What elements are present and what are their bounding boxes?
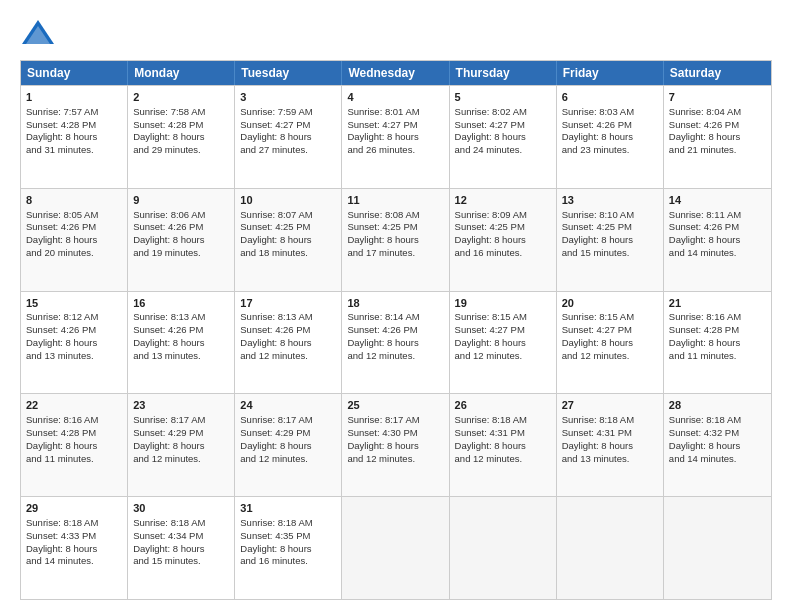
day-info-line: Sunset: 4:28 PM [669, 324, 766, 337]
logo [20, 16, 62, 52]
day-info-line: and 14 minutes. [26, 555, 122, 568]
logo-icon [20, 16, 56, 52]
day-info-line: Sunset: 4:26 PM [562, 119, 658, 132]
day-number: 31 [240, 501, 336, 516]
cal-cell: 9Sunrise: 8:06 AMSunset: 4:26 PMDaylight… [128, 189, 235, 291]
header-day-sunday: Sunday [21, 61, 128, 85]
day-info-line: Sunrise: 8:02 AM [455, 106, 551, 119]
cal-cell: 4Sunrise: 8:01 AMSunset: 4:27 PMDaylight… [342, 86, 449, 188]
day-info-line: Daylight: 8 hours [240, 337, 336, 350]
calendar-row-5: 29Sunrise: 8:18 AMSunset: 4:33 PMDayligh… [21, 496, 771, 599]
day-number: 27 [562, 398, 658, 413]
day-info-line: Daylight: 8 hours [347, 440, 443, 453]
day-info-line: Sunset: 4:26 PM [669, 119, 766, 132]
day-info-line: Sunrise: 7:58 AM [133, 106, 229, 119]
cal-cell: 24Sunrise: 8:17 AMSunset: 4:29 PMDayligh… [235, 394, 342, 496]
day-info-line: and 12 minutes. [562, 350, 658, 363]
day-info-line: and 15 minutes. [133, 555, 229, 568]
day-info-line: Daylight: 8 hours [347, 131, 443, 144]
cal-cell [450, 497, 557, 599]
day-number: 21 [669, 296, 766, 311]
day-info-line: Sunset: 4:27 PM [455, 119, 551, 132]
calendar-row-3: 15Sunrise: 8:12 AMSunset: 4:26 PMDayligh… [21, 291, 771, 394]
day-info-line: Sunrise: 8:15 AM [562, 311, 658, 324]
day-info-line: Sunset: 4:28 PM [26, 119, 122, 132]
day-info-line: Daylight: 8 hours [562, 131, 658, 144]
day-number: 24 [240, 398, 336, 413]
day-info-line: Daylight: 8 hours [669, 337, 766, 350]
header-day-saturday: Saturday [664, 61, 771, 85]
day-number: 20 [562, 296, 658, 311]
day-info-line: Sunrise: 8:18 AM [669, 414, 766, 427]
day-info-line: Daylight: 8 hours [455, 234, 551, 247]
day-info-line: Sunrise: 8:18 AM [562, 414, 658, 427]
day-info-line: and 19 minutes. [133, 247, 229, 260]
day-number: 11 [347, 193, 443, 208]
day-info-line: Sunrise: 7:57 AM [26, 106, 122, 119]
cal-cell: 20Sunrise: 8:15 AMSunset: 4:27 PMDayligh… [557, 292, 664, 394]
day-number: 4 [347, 90, 443, 105]
header-day-tuesday: Tuesday [235, 61, 342, 85]
day-info-line: Sunset: 4:28 PM [26, 427, 122, 440]
day-info-line: Sunset: 4:29 PM [240, 427, 336, 440]
cal-cell: 30Sunrise: 8:18 AMSunset: 4:34 PMDayligh… [128, 497, 235, 599]
cal-cell: 6Sunrise: 8:03 AMSunset: 4:26 PMDaylight… [557, 86, 664, 188]
day-number: 16 [133, 296, 229, 311]
day-info-line: Sunrise: 8:09 AM [455, 209, 551, 222]
day-number: 28 [669, 398, 766, 413]
cal-cell: 5Sunrise: 8:02 AMSunset: 4:27 PMDaylight… [450, 86, 557, 188]
cal-cell [342, 497, 449, 599]
cal-cell: 27Sunrise: 8:18 AMSunset: 4:31 PMDayligh… [557, 394, 664, 496]
day-info-line: Daylight: 8 hours [240, 543, 336, 556]
day-number: 23 [133, 398, 229, 413]
day-info-line: Sunrise: 8:17 AM [347, 414, 443, 427]
cal-cell: 25Sunrise: 8:17 AMSunset: 4:30 PMDayligh… [342, 394, 449, 496]
day-info-line: Sunset: 4:26 PM [240, 324, 336, 337]
day-info-line: Sunset: 4:26 PM [26, 221, 122, 234]
cal-cell: 18Sunrise: 8:14 AMSunset: 4:26 PMDayligh… [342, 292, 449, 394]
day-info-line: and 12 minutes. [240, 350, 336, 363]
day-number: 14 [669, 193, 766, 208]
header-day-wednesday: Wednesday [342, 61, 449, 85]
day-number: 7 [669, 90, 766, 105]
day-info-line: Sunset: 4:26 PM [669, 221, 766, 234]
day-info-line: Daylight: 8 hours [347, 234, 443, 247]
day-info-line: Daylight: 8 hours [669, 234, 766, 247]
day-info-line: and 12 minutes. [133, 453, 229, 466]
day-number: 9 [133, 193, 229, 208]
day-info-line: Sunset: 4:31 PM [562, 427, 658, 440]
day-info-line: Sunrise: 8:13 AM [133, 311, 229, 324]
day-info-line: and 12 minutes. [455, 453, 551, 466]
day-number: 13 [562, 193, 658, 208]
day-info-line: and 16 minutes. [240, 555, 336, 568]
cal-cell: 21Sunrise: 8:16 AMSunset: 4:28 PMDayligh… [664, 292, 771, 394]
calendar-row-1: 1Sunrise: 7:57 AMSunset: 4:28 PMDaylight… [21, 85, 771, 188]
day-info-line: Daylight: 8 hours [133, 337, 229, 350]
day-info-line: Sunrise: 8:15 AM [455, 311, 551, 324]
day-number: 30 [133, 501, 229, 516]
day-number: 17 [240, 296, 336, 311]
day-number: 8 [26, 193, 122, 208]
day-info-line: Daylight: 8 hours [455, 337, 551, 350]
day-number: 26 [455, 398, 551, 413]
day-number: 29 [26, 501, 122, 516]
day-info-line: Sunrise: 8:18 AM [240, 517, 336, 530]
cal-cell: 1Sunrise: 7:57 AMSunset: 4:28 PMDaylight… [21, 86, 128, 188]
day-info-line: Sunset: 4:34 PM [133, 530, 229, 543]
cal-cell [664, 497, 771, 599]
day-info-line: Daylight: 8 hours [26, 440, 122, 453]
cal-cell: 31Sunrise: 8:18 AMSunset: 4:35 PMDayligh… [235, 497, 342, 599]
day-info-line: Sunrise: 8:16 AM [669, 311, 766, 324]
day-info-line: Sunrise: 8:01 AM [347, 106, 443, 119]
header-day-monday: Monday [128, 61, 235, 85]
cal-cell: 22Sunrise: 8:16 AMSunset: 4:28 PMDayligh… [21, 394, 128, 496]
page: SundayMondayTuesdayWednesdayThursdayFrid… [0, 0, 792, 612]
cal-cell: 15Sunrise: 8:12 AMSunset: 4:26 PMDayligh… [21, 292, 128, 394]
day-number: 10 [240, 193, 336, 208]
day-info-line: Sunset: 4:31 PM [455, 427, 551, 440]
day-info-line: Sunrise: 8:16 AM [26, 414, 122, 427]
cal-cell: 23Sunrise: 8:17 AMSunset: 4:29 PMDayligh… [128, 394, 235, 496]
day-info-line: Sunset: 4:35 PM [240, 530, 336, 543]
day-number: 19 [455, 296, 551, 311]
day-info-line: Daylight: 8 hours [562, 440, 658, 453]
